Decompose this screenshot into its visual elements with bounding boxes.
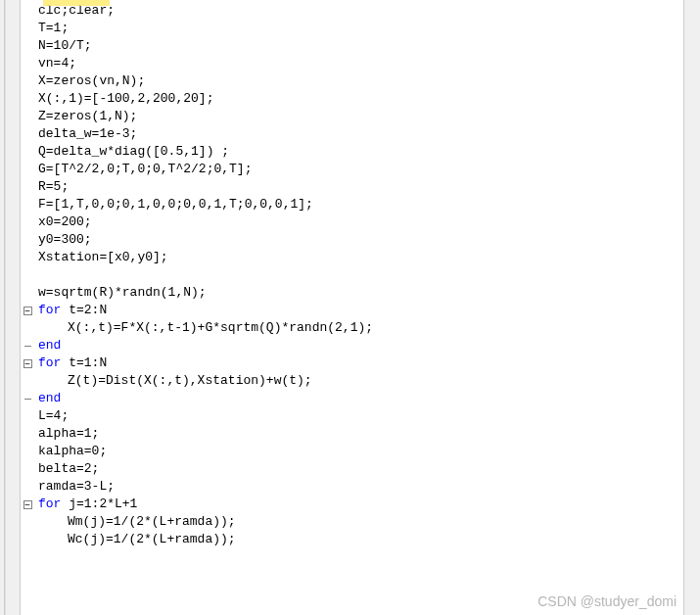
fold-end-icon [24, 346, 31, 347]
text-token: G=[T^2/2,0;T,0;0,T^2/2;0,T]; [38, 162, 252, 176]
code-line[interactable]: X(:,1)=[-100,2,200,20]; [38, 90, 683, 108]
gutter-row [21, 178, 34, 196]
fold-end-icon [24, 399, 31, 400]
code-editor: −−− clc;clear;T=1;N=10/T;vn=4;X=zeros(vn… [0, 0, 700, 615]
gutter-row [21, 196, 34, 213]
gutter-row [21, 72, 34, 90]
code-line[interactable]: X(:,t)=F*X(:,t-1)+G*sqrtm(Q)*randn(2,1); [38, 319, 683, 337]
fold-minus-icon[interactable]: − [23, 500, 32, 509]
code-line[interactable]: belta=2; [38, 460, 683, 478]
code-line[interactable]: ramda=3-L; [38, 478, 683, 496]
keyword-token: end [38, 338, 61, 353]
text-token: F=[1,T,0,0;0,1,0,0;0,0,1,T;0,0,0,1]; [38, 197, 313, 212]
gutter-row [21, 2, 34, 20]
gutter-row [21, 284, 34, 302]
code-line[interactable]: Xstation=[x0,y0]; [38, 249, 683, 266]
gutter-row [21, 513, 34, 531]
code-area[interactable]: clc;clear;T=1;N=10/T;vn=4;X=zeros(vn,N);… [34, 0, 684, 615]
text-token: Xstation=[x0,y0]; [38, 250, 168, 264]
text-token: R=5; [38, 179, 69, 194]
gutter-row [21, 231, 34, 249]
code-line[interactable]: Q=delta_w*diag([0.5,1]) ; [38, 143, 683, 161]
gutter-row [21, 108, 34, 125]
gutter-row [21, 266, 34, 284]
code-line[interactable]: Z=zeros(1,N); [38, 108, 683, 125]
text-token: Wc(j)=1/(2*(L+ramda)); [68, 532, 236, 546]
gutter-row [21, 161, 34, 178]
code-line[interactable]: w=sqrtm(R)*randn(1,N); [38, 284, 683, 302]
gutter-row [21, 407, 34, 425]
gutter-row [21, 372, 34, 390]
gutter-row: − [21, 302, 34, 319]
code-line[interactable]: L=4; [38, 407, 683, 425]
gutter-row [21, 425, 34, 443]
gutter-row [21, 143, 34, 161]
keyword-token: for [38, 355, 61, 370]
code-line[interactable]: N=10/T; [38, 37, 683, 55]
keyword-token: for [38, 303, 61, 317]
text-token: L=4; [38, 408, 69, 423]
scrollbar-right[interactable] [684, 0, 700, 615]
text-token: kalpha=0; [38, 444, 107, 458]
gutter-row [21, 37, 34, 55]
text-token: y0=300; [38, 232, 92, 247]
code-line[interactable]: X=zeros(vn,N); [38, 72, 683, 90]
code-line[interactable]: clc;clear; [38, 2, 683, 20]
code-line[interactable]: Z(t)=Dist(X(:,t),Xstation)+w(t); [38, 372, 683, 390]
code-line[interactable]: vn=4; [38, 55, 683, 72]
text-token: ramda=3-L; [38, 479, 115, 494]
fold-minus-icon[interactable]: − [23, 307, 32, 315]
gutter-row: − [21, 496, 34, 513]
text-token: Z=zeros(1,N); [38, 109, 137, 123]
gutter-row: − [21, 355, 34, 372]
gutter-row [21, 531, 34, 548]
code-line[interactable]: Wc(j)=1/(2*(L+ramda)); [38, 531, 683, 548]
text-token: x0=200; [38, 214, 92, 229]
code-line[interactable]: delta_w=1e-3; [38, 125, 683, 143]
keyword-token: for [38, 497, 61, 511]
code-line[interactable]: for t=1:N [38, 355, 683, 372]
text-token: N=10/T; [38, 38, 92, 53]
gutter-row [21, 20, 34, 37]
text-token: belta=2; [38, 461, 99, 476]
code-line[interactable]: x0=200; [38, 213, 683, 231]
gutter-row [21, 478, 34, 496]
code-line[interactable]: end [38, 337, 683, 355]
text-token: j=1:2*L+1 [61, 497, 137, 511]
text-token: alpha=1; [38, 426, 99, 441]
scrollbar-left[interactable] [5, 0, 21, 615]
text-token: w=sqrtm(R)*randn(1,N); [38, 285, 207, 300]
text-token: clc;clear; [38, 3, 115, 18]
text-token: t=1:N [61, 355, 107, 370]
text-token: delta_w=1e-3; [38, 126, 137, 141]
fold-gutter: −−− [21, 0, 34, 615]
fold-minus-icon[interactable]: − [23, 359, 32, 368]
code-line[interactable]: end [38, 390, 683, 407]
code-line[interactable]: for t=2:N [38, 302, 683, 319]
code-line[interactable]: F=[1,T,0,0;0,1,0,0;0,0,1,T;0,0,0,1]; [38, 196, 683, 213]
gutter-row [21, 443, 34, 460]
text-token: X(:,1)=[-100,2,200,20]; [38, 91, 213, 106]
text-token: vn=4; [38, 56, 76, 71]
code-line[interactable]: G=[T^2/2,0;T,0;0,T^2/2;0,T]; [38, 161, 683, 178]
code-line[interactable]: for j=1:2*L+1 [38, 496, 683, 513]
gutter-row [21, 319, 34, 337]
code-line[interactable]: T=1; [38, 20, 683, 37]
text-token: X(:,t)=F*X(:,t-1)+G*sqrtm(Q)*randn(2,1); [68, 320, 373, 335]
text-token: X=zeros(vn,N); [38, 73, 145, 88]
text-token: Z(t)=Dist(X(:,t),Xstation)+w(t); [68, 373, 312, 388]
code-line[interactable]: kalpha=0; [38, 443, 683, 460]
code-line[interactable]: alpha=1; [38, 425, 683, 443]
text-token: Q=delta_w*diag([0.5,1]) ; [38, 144, 229, 159]
code-line[interactable] [38, 266, 683, 284]
gutter-row [21, 249, 34, 266]
keyword-token: end [38, 391, 61, 405]
gutter-row [21, 55, 34, 72]
gutter-row [21, 213, 34, 231]
code-line[interactable]: y0=300; [38, 231, 683, 249]
text-token: t=2:N [61, 303, 107, 317]
gutter-row [21, 390, 34, 407]
text-token: Wm(j)=1/(2*(L+ramda)); [68, 514, 236, 529]
code-line[interactable]: R=5; [38, 178, 683, 196]
code-line[interactable]: Wm(j)=1/(2*(L+ramda)); [38, 513, 683, 531]
